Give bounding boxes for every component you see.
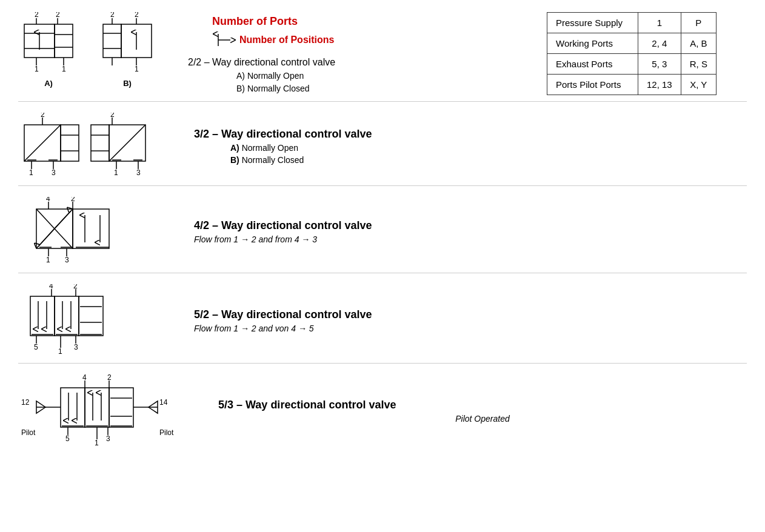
- svg-text:3: 3: [106, 434, 110, 443]
- svg-text:Pilot: Pilot: [21, 428, 36, 437]
- svg-line-66: [38, 228, 55, 247]
- valve-2-2-diagrams: 2 2 1: [18, 12, 176, 88]
- svg-text:2: 2: [135, 12, 139, 19]
- valve-4-2-text: 4/2 – Way directional control valve Flow…: [194, 219, 747, 244]
- valve-3-2-row: 2 1 3: [18, 102, 747, 186]
- svg-text:4: 4: [49, 284, 53, 290]
- valve-4-2-svg: 4 2 1 3: [18, 197, 139, 267]
- svg-text:1: 1: [135, 65, 139, 73]
- svg-rect-105: [109, 388, 133, 427]
- svg-text:4: 4: [82, 374, 87, 382]
- valve-5-3-svg-area: 4 2: [18, 374, 206, 447]
- valve-5-3-row: 4 2: [18, 364, 747, 453]
- svg-text:2: 2: [110, 12, 115, 19]
- svg-rect-46: [91, 125, 109, 161]
- valve-2-2-label: 2/2 – Way directional control valve: [188, 57, 535, 68]
- svg-text:2: 2: [35, 12, 39, 19]
- svg-text:1: 1: [95, 439, 99, 447]
- arrow-svg: [212, 31, 236, 49]
- svg-line-32: [24, 125, 61, 161]
- svg-rect-82: [55, 296, 79, 336]
- svg-text:14: 14: [159, 398, 168, 407]
- table-row-pilot: Ports Pilot Ports 12, 13 X, Y: [547, 75, 717, 95]
- working-ports-letter: A, B: [681, 33, 716, 54]
- valve-5-3-text: 5/3 – Way directional control valve Pilo…: [218, 399, 747, 424]
- svg-text:1: 1: [58, 347, 62, 356]
- exhaust-ports-number: 5, 3: [638, 54, 681, 75]
- valve-5-2-title: 5/2 – Way directional control valve: [194, 308, 747, 321]
- svg-text:5: 5: [34, 343, 38, 351]
- working-ports-name: Working Ports: [547, 33, 638, 54]
- svg-rect-103: [61, 388, 85, 427]
- pilot-ports-letter: X, Y: [681, 75, 716, 95]
- valve-5-3-svg: 4 2: [18, 374, 206, 447]
- svg-text:2: 2: [41, 113, 45, 119]
- valve-5-2-text: 5/2 – Way directional control valve Flow…: [194, 308, 747, 333]
- svg-text:3: 3: [52, 168, 56, 177]
- svg-text:3: 3: [136, 168, 141, 177]
- svg-text:5: 5: [65, 434, 70, 443]
- valve-4-2-title: 4/2 – Way directional control valve: [194, 219, 747, 232]
- valve-5-2-sub: Flow from 1 → 2 and von 4 → 5: [194, 324, 747, 333]
- table-row-pressure: Pressure Supply 1 P: [547, 13, 717, 33]
- valve-3-2-sub-b: B) Normally Closed: [230, 155, 747, 165]
- svg-text:2: 2: [73, 284, 78, 290]
- valve-2-2-B-svg: 2 2: [97, 12, 158, 79]
- port-reference-table: Pressure Supply 1 P Working Ports 2, 4 A…: [547, 12, 747, 95]
- svg-line-50: [109, 125, 145, 161]
- svg-text:1: 1: [46, 256, 50, 264]
- center-legend: Number of Ports Number of Positi: [188, 12, 535, 93]
- svg-rect-104: [85, 388, 109, 427]
- valve-2-2-a: A) Normally Open: [236, 71, 535, 81]
- table-row-exhaust: Exhaust Ports 5, 3 R, S: [547, 54, 717, 75]
- arrow-row: Number of Positions: [212, 31, 535, 49]
- valve-4-2-svg-area: 4 2 1 3: [18, 197, 182, 267]
- svg-text:4: 4: [46, 197, 50, 203]
- number-of-positions-title: Number of Positions: [239, 35, 334, 45]
- svg-text:Pilot: Pilot: [159, 428, 174, 437]
- valve-3-2-title: 3/2 – Way directional control valve: [194, 128, 747, 141]
- page: 2 2 1: [0, 0, 765, 465]
- svg-text:2: 2: [107, 374, 112, 382]
- number-of-ports-title: Number of Ports: [212, 15, 535, 28]
- working-ports-number: 2, 4: [638, 33, 681, 54]
- pilot-ports-name: Ports Pilot Ports: [547, 75, 638, 95]
- svg-rect-83: [79, 296, 103, 336]
- svg-rect-81: [30, 296, 55, 336]
- svg-text:2: 2: [56, 12, 60, 19]
- svg-text:1: 1: [114, 168, 118, 177]
- valve-5-2-svg-area: 4 2: [18, 284, 182, 357]
- svg-text:3: 3: [74, 343, 78, 351]
- valve-4-2-sub: Flow from 1 → 2 and from 4 → 3: [194, 234, 747, 244]
- valve-3-2-svg-area: 2 1 3: [18, 113, 182, 179]
- svg-text:2: 2: [110, 113, 115, 119]
- diagram-a-label: A): [44, 79, 53, 88]
- svg-rect-7: [55, 24, 73, 58]
- svg-line-67: [55, 211, 71, 228]
- pilot-ports-number: 12, 13: [638, 75, 681, 95]
- svg-rect-41: [61, 125, 79, 161]
- svg-text:2: 2: [71, 197, 75, 203]
- diagram-b-label: B): [123, 79, 132, 88]
- valve-2-2-A-svg: 2 2 1: [18, 12, 79, 79]
- svg-text:1: 1: [62, 65, 66, 73]
- valve-5-2-svg: 4 2: [18, 284, 139, 357]
- valve-5-3-title: 5/3 – Way directional control valve: [218, 399, 747, 411]
- top-section: 2 2 1: [18, 12, 747, 102]
- svg-text:12: 12: [21, 398, 30, 407]
- valve-5-2-row: 4 2: [18, 273, 747, 364]
- valve-3-2-sub-a: A) Normally Open: [230, 143, 747, 153]
- valve-2-2-b: B) Normally Closed: [236, 84, 535, 93]
- pressure-supply-number: 1: [638, 13, 681, 33]
- valve-3-2-svg: 2 1 3: [18, 113, 182, 179]
- svg-text:3: 3: [65, 256, 69, 264]
- svg-rect-58: [73, 209, 109, 248]
- port-table: Pressure Supply 1 P Working Ports 2, 4 A…: [547, 12, 717, 95]
- pressure-supply-name: Pressure Supply: [547, 13, 638, 33]
- pressure-supply-letter: P: [681, 13, 716, 33]
- table-row-working: Working Ports 2, 4 A, B: [547, 33, 717, 54]
- svg-text:1: 1: [29, 168, 33, 177]
- valve-3-2-text: 3/2 – Way directional control valve A) N…: [194, 128, 747, 165]
- svg-rect-17: [103, 24, 121, 58]
- valve-5-3-sub: Pilot Operated: [218, 414, 747, 424]
